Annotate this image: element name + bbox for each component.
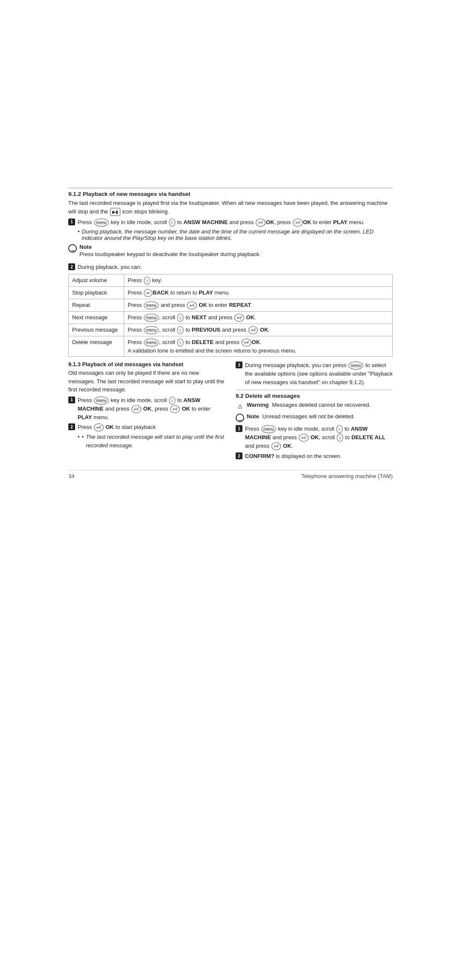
ok-key-913: ↩/ <box>131 405 141 413</box>
step-1-bullet: During playback, the message number, the… <box>78 228 393 241</box>
step-1-content: Press menu key in idle mode, scroll ↕ to… <box>78 218 393 227</box>
ok-key-t3: ↩/ <box>248 326 258 334</box>
note-icon: ⎯ <box>68 244 77 253</box>
scroll-key-92b: ↕ <box>337 434 343 442</box>
menu-key-t: menu <box>144 301 159 309</box>
section-913-heading: 9.1.3 Playback of old messages via hands… <box>68 361 225 368</box>
warning-text: Messages deleted cannot be recovered. <box>272 402 371 408</box>
action-cell: Previous message <box>69 324 124 336</box>
step-2-num: 2 <box>68 263 75 270</box>
scroll-key-92: ↕ <box>336 425 343 433</box>
table-row: Next message Press menu, scroll ↕ to NEX… <box>69 311 393 324</box>
back-key: ↩ <box>144 289 152 297</box>
page-number: 34 <box>68 473 74 479</box>
instruction-cell: Press ↩BACK to return to PLAY menu. <box>124 286 393 299</box>
step-1-num: 1 <box>68 219 75 225</box>
ok-key-t2: ↩/ <box>234 314 244 322</box>
note-text-92: Unread messages will not be deleted. <box>263 413 355 420</box>
action-cell: Next message <box>69 311 124 324</box>
section-92-heading: 9.2 Delete all messages <box>236 393 393 399</box>
action-cell: Adjust volume <box>69 274 124 286</box>
menu-key-t4: menu <box>144 338 159 347</box>
ok-key2: ↩/ <box>293 219 303 227</box>
table-row: Delete message Press menu, scroll ↕ to D… <box>69 336 393 357</box>
step-2-content-913: Press ↩/ OK to start playback •The last … <box>78 423 225 451</box>
ok-key-92: ↩/ <box>299 434 309 442</box>
step-2-content: During playback, you can: <box>78 263 393 271</box>
menu-key-913: menu <box>94 397 109 405</box>
col-left: 9.1.3 Playback of old messages via hands… <box>68 361 225 462</box>
warning-label: Warning <box>247 402 269 408</box>
step-1-num-92: 1 <box>236 425 242 432</box>
step-1-num-913: 1 <box>68 397 75 403</box>
menu-key-t2: menu <box>144 314 159 322</box>
instruction-cell: Press ↕ key. <box>124 274 393 286</box>
playback-table: Adjust volume Press ↕ key. Stop playback… <box>68 274 393 357</box>
note-box: ⎯ Note Press loudspeaker keypad to deact… <box>68 244 393 261</box>
note-label-92: Note <box>247 413 259 420</box>
table-row: Repeat Press menu and press ↩/ OK to ent… <box>69 299 393 311</box>
tape-icon: ▶▮ <box>110 208 120 216</box>
step-3-num-913: 3 <box>236 362 242 368</box>
step-1-content-92: Press menu key in idle mode, scroll ↕ to… <box>245 425 393 450</box>
step-1-content-913: Press menu key in idle mode, scroll ↕ to… <box>78 396 225 422</box>
note-icon-92: ⎯ <box>236 414 244 422</box>
ok-key-92b: ↩/ <box>271 442 281 450</box>
col-right: 3 During message playback, you can press… <box>236 361 393 462</box>
action-cell: Repeat <box>69 299 124 311</box>
step-2-num-913: 2 <box>68 423 75 430</box>
action-cell: Delete message <box>69 336 124 357</box>
action-cell: Stop playback <box>69 286 124 299</box>
menu-key-913d: menu <box>348 362 363 370</box>
note-box-92: ⎯ Note Unread messages will not be delet… <box>236 413 393 422</box>
instruction-cell: Press menu, scroll ↕ to PREVIOUS and pre… <box>124 324 393 336</box>
step-2-bullet-913: •The last recorded message will start to… <box>78 433 225 449</box>
scroll-key-t3: ↕ <box>177 326 184 334</box>
scroll-key-t: ↕ <box>144 277 150 285</box>
menu-key-92: menu <box>261 425 276 433</box>
scroll-key-913: ↕ <box>169 397 175 405</box>
section-913-intro: Old messages can only be played if there… <box>68 369 225 394</box>
menu-key-t3: menu <box>144 326 159 334</box>
ok-key-t4: ↩/ <box>242 338 251 347</box>
warning-icon: ⚠ <box>236 402 244 411</box>
instruction-cell: Press menu and press ↩/ OK to enter REPE… <box>124 299 393 311</box>
table-row: Adjust volume Press ↕ key. <box>69 274 393 286</box>
section-912-heading: 9.1.2 Playback of new messages via hands… <box>68 191 393 197</box>
table-row: Previous message Press menu, scroll ↕ to… <box>69 324 393 336</box>
ok-key-t: ↩/ <box>187 301 197 309</box>
ok-key-913c: ↩/ <box>94 423 104 432</box>
ok-key: ↩/ <box>256 219 266 227</box>
step-2-content-92: CONFIRM? is displayed on the screen. <box>245 452 393 461</box>
menu-key: menu <box>94 219 109 227</box>
note-label: Note <box>79 244 92 250</box>
note-text: Press loudspeaker keypad to deactivate t… <box>79 250 261 259</box>
step-3-content-913: During message playback, you can press m… <box>245 361 393 386</box>
scroll-key-t4: ↕ <box>177 338 184 347</box>
warning-box: ⚠ Warning Messages deleted cannot be rec… <box>236 402 393 411</box>
scroll-key: ↕ <box>169 219 175 227</box>
section-912-intro: The last recorded message is played firs… <box>68 199 393 216</box>
step-2-num-92: 2 <box>236 452 242 459</box>
page-footer: 34 Telephone answering machine (TAM) <box>68 470 393 479</box>
instruction-cell: Press menu, scroll ↕ to NEXT and press ↩… <box>124 311 393 324</box>
scroll-key-t2: ↕ <box>177 314 184 322</box>
ok-key-913b: ↩/ <box>170 405 180 413</box>
instruction-cell: Press menu, scroll ↕ to DELETE and press… <box>124 336 393 357</box>
footer-label: Telephone answering machine (TAM) <box>301 473 393 479</box>
table-row: Stop playback Press ↩BACK to return to P… <box>69 286 393 299</box>
